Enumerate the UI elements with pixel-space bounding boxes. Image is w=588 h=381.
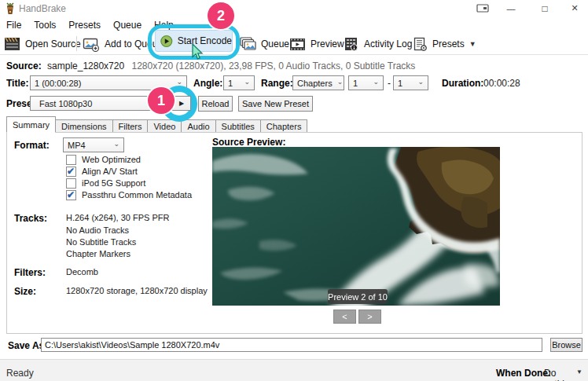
activity-log-label: Activity Log bbox=[364, 38, 412, 49]
filters-value: Decomb bbox=[66, 267, 98, 277]
queue-button[interactable]: Queue bbox=[240, 35, 289, 53]
passthru-metadata-checkbox[interactable] bbox=[66, 190, 76, 200]
activity-log-button[interactable]: Activity Log bbox=[344, 35, 412, 53]
reload-button[interactable]: Reload bbox=[198, 96, 233, 112]
range-label: Range: bbox=[261, 78, 293, 89]
window-title: HandBrake bbox=[19, 3, 66, 14]
preview-count-badge: Preview 2 of 10 bbox=[328, 289, 388, 304]
chevron-down-icon: ⌄ bbox=[244, 78, 250, 86]
when-done-label: When Done: bbox=[496, 368, 551, 379]
source-row: Source: sample_1280x720 1280x720 (1280x7… bbox=[6, 60, 415, 71]
tracks-line-subtitle: No Subtitle Tracks bbox=[66, 237, 136, 247]
preset-dropdown-arrow-button[interactable]: ▶ bbox=[172, 96, 191, 111]
menu-tools[interactable]: Tools bbox=[28, 18, 62, 32]
web-optimized-checkbox[interactable] bbox=[66, 155, 76, 165]
angle-select[interactable]: 1⌄ bbox=[223, 75, 255, 90]
status-ready: Ready bbox=[6, 368, 34, 379]
open-source-icon bbox=[4, 37, 20, 51]
start-encode-label: Start Encode bbox=[178, 35, 232, 46]
source-preview-label: Source Preview: bbox=[212, 137, 285, 148]
preview-button[interactable]: Preview bbox=[289, 35, 344, 53]
save-as-input[interactable] bbox=[41, 338, 542, 352]
duration-label: Duration: bbox=[442, 78, 483, 89]
add-to-queue-icon bbox=[83, 37, 100, 52]
source-label: Source: bbox=[6, 60, 42, 71]
menu-presets[interactable]: Presets bbox=[62, 18, 107, 32]
preview-label: Preview bbox=[311, 38, 344, 49]
annotation-badge-1: 1 bbox=[148, 87, 175, 114]
mouse-cursor-icon bbox=[192, 44, 204, 60]
activity-log-icon bbox=[344, 37, 359, 52]
align-av-start-label: Align A/V Start bbox=[82, 167, 138, 176]
when-done-caret-icon[interactable]: ▼ bbox=[576, 368, 582, 376]
presets-label: Presets bbox=[432, 38, 465, 49]
presets-caret-icon: ▼ bbox=[469, 40, 476, 48]
range-dash: - bbox=[388, 78, 391, 89]
preset-select[interactable]: Fast 1080p30 bbox=[30, 96, 165, 111]
title-bar: HandBrake — □ ✕ bbox=[0, 0, 588, 18]
arrow-right-icon: ▶ bbox=[179, 100, 184, 107]
tab-chapters[interactable]: Chapters bbox=[260, 119, 308, 133]
presets-button[interactable]: Presets ▼ bbox=[413, 35, 476, 53]
web-optimized-label: Web Optimized bbox=[82, 155, 141, 164]
angle-label: Angle: bbox=[193, 78, 222, 89]
start-encode-icon bbox=[160, 34, 173, 49]
chevron-down-icon: ⌄ bbox=[373, 78, 379, 86]
menu-file[interactable]: File bbox=[0, 18, 28, 32]
menu-bar: File Tools Presets Queue Help bbox=[0, 17, 588, 33]
tab-bar: Summary Dimensions Filters Video Audio S… bbox=[6, 116, 307, 133]
open-source-label: Open Source bbox=[25, 38, 81, 49]
close-button[interactable]: ✕ bbox=[561, 0, 588, 16]
tab-summary[interactable]: Summary bbox=[6, 116, 56, 133]
tracks-label: Tracks: bbox=[14, 213, 47, 224]
tracks-line-chapters: Chapter Markers bbox=[66, 249, 130, 258]
chevron-down-icon: ⌄ bbox=[176, 78, 182, 86]
source-preview-image bbox=[212, 147, 500, 306]
chevron-down-icon: ⌄ bbox=[337, 78, 344, 86]
align-av-start-checkbox[interactable] bbox=[66, 167, 76, 177]
preview-icon bbox=[289, 38, 306, 51]
format-select[interactable]: MP4⌄ bbox=[63, 137, 124, 152]
touch-keyboard-icon[interactable] bbox=[476, 4, 491, 13]
minimize-button[interactable]: — bbox=[498, 0, 524, 16]
queue-label: Queue bbox=[261, 38, 289, 49]
tab-filters[interactable]: Filters bbox=[112, 119, 149, 133]
preview-prev-button[interactable]: < bbox=[333, 310, 356, 324]
tracks-line-video: H.264 (x264), 30 FPS PFR bbox=[66, 213, 169, 222]
source-name: sample_1280x720 bbox=[47, 60, 124, 71]
toolbar-separator bbox=[76, 36, 77, 51]
format-label: Format: bbox=[14, 140, 50, 151]
toolbar: Open Source Add to Queue Start Encode bbox=[0, 33, 588, 55]
queue-icon bbox=[240, 37, 256, 51]
ipod-5g-label: iPod 5G Support bbox=[82, 178, 145, 188]
status-bar: Ready When Done: Do nothing ▼ bbox=[0, 359, 588, 381]
save-new-preset-button[interactable]: Save New Preset bbox=[238, 96, 313, 112]
handbrake-window: HandBrake — □ ✕ File Tools Presets Queue… bbox=[0, 0, 588, 381]
chevron-down-icon: ⌄ bbox=[417, 78, 424, 86]
source-details: 1280x720 (1280x720), 23,98 FPS, 0 Audio … bbox=[131, 60, 415, 71]
passthru-metadata-label: Passthru Common Metadata bbox=[82, 190, 192, 200]
ipod-5g-checkbox[interactable] bbox=[66, 178, 76, 189]
chevron-down-icon: ⌄ bbox=[113, 140, 119, 148]
title-label: Title: bbox=[6, 78, 28, 89]
preview-next-button[interactable]: > bbox=[358, 310, 381, 324]
annotation-badge-2: 2 bbox=[208, 2, 234, 29]
range-type-select[interactable]: Chapters⌄ bbox=[292, 75, 344, 90]
range-from-select[interactable]: 1⌄ bbox=[348, 75, 384, 90]
handbrake-logo-icon bbox=[4, 2, 17, 15]
filters-label: Filters: bbox=[14, 267, 46, 278]
tracks-line-audio: No Audio Tracks bbox=[66, 225, 129, 235]
duration-value: 00:00:28 bbox=[483, 78, 520, 89]
tab-dimensions[interactable]: Dimensions bbox=[55, 119, 112, 133]
browse-button[interactable]: Browse bbox=[550, 338, 582, 352]
maximize-button[interactable]: □ bbox=[531, 0, 558, 16]
size-label: Size: bbox=[14, 286, 36, 297]
range-to-select[interactable]: 1⌄ bbox=[393, 75, 428, 90]
menu-queue[interactable]: Queue bbox=[107, 18, 148, 32]
tab-audio[interactable]: Audio bbox=[181, 119, 215, 133]
open-source-button[interactable]: Open Source bbox=[4, 35, 81, 53]
tab-subtitles[interactable]: Subtitles bbox=[215, 119, 261, 133]
size-value: 1280x720 storage, 1280x720 display bbox=[66, 286, 208, 295]
presets-icon bbox=[413, 37, 428, 52]
